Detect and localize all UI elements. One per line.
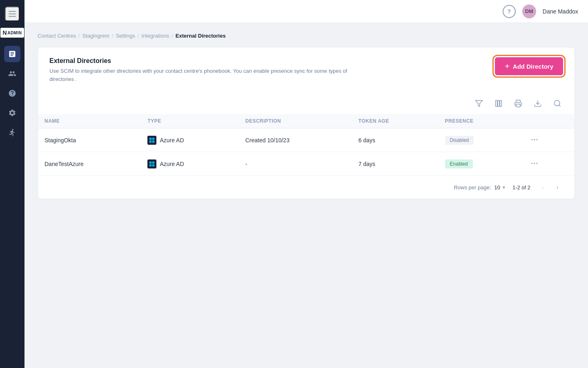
table-toolbar xyxy=(38,93,575,114)
search-button[interactable] xyxy=(552,98,563,109)
svg-rect-8 xyxy=(149,137,151,139)
cell-name-1: DaneTestAzure xyxy=(38,152,141,176)
panel-description: Use SCIM to integrate other directories … xyxy=(49,67,368,83)
external-directories-panel: External Directories Use SCIM to integra… xyxy=(38,47,575,199)
cell-type-0: Azure AD xyxy=(141,128,238,152)
panel-title: External Directories xyxy=(49,57,368,65)
svg-rect-15 xyxy=(152,164,154,166)
cell-token-age-1: 7 days xyxy=(352,152,439,176)
svg-rect-10 xyxy=(149,140,151,142)
add-directory-label: Add Directory xyxy=(513,63,553,70)
row-more-button-0[interactable]: ··· xyxy=(528,134,542,146)
breadcrumb-item-contact-centres[interactable]: Contact Centres xyxy=(38,33,76,39)
sidebar-item-phonebook[interactable] xyxy=(4,46,20,62)
col-actions xyxy=(521,114,575,128)
presence-badge-0: Disabled xyxy=(445,136,474,145)
cell-desc-0: Created 10/10/23 xyxy=(239,128,352,152)
page-navigation: ‹ › xyxy=(537,182,563,193)
breadcrumb-item-settings[interactable]: Settings xyxy=(116,33,135,39)
table-header-row: Name Type Description Token Age Presence xyxy=(38,114,575,128)
panel-header: External Directories Use SCIM to integra… xyxy=(38,47,575,93)
prev-page-button[interactable]: ‹ xyxy=(537,182,548,193)
col-description: Description xyxy=(239,114,352,128)
users-icon xyxy=(8,70,16,78)
svg-rect-2 xyxy=(498,101,499,107)
cell-desc-1: - xyxy=(239,152,352,176)
cell-presence-1: Enabled xyxy=(439,152,521,176)
svg-point-6 xyxy=(555,101,560,106)
settings-icon xyxy=(8,109,16,117)
pagination: Rows per page: 10 ▼ 1-2 of 2 ‹ › xyxy=(38,175,575,199)
download-button[interactable] xyxy=(532,98,543,109)
svg-rect-9 xyxy=(152,137,154,139)
table-row: StagingOkta Azure AD Created 10/10/23 6 … xyxy=(38,128,575,152)
table-row: DaneTestAzure Azure AD - 7 days Enabled … xyxy=(38,152,575,176)
search-icon xyxy=(553,99,561,108)
logo-admin: ADMIN xyxy=(7,31,22,35)
logo-n: N xyxy=(3,29,7,36)
plus-icon: + xyxy=(505,62,510,70)
rows-per-page-label: Rows per page: xyxy=(454,184,491,191)
rows-per-page-value: 10 xyxy=(494,184,500,191)
sidebar-item-settings[interactable] xyxy=(4,105,20,121)
svg-rect-12 xyxy=(149,161,151,163)
cell-type-1: Azure AD xyxy=(141,152,238,176)
filter-button[interactable] xyxy=(473,98,485,109)
svg-rect-3 xyxy=(500,101,501,107)
add-directory-button[interactable]: + Add Directory xyxy=(495,57,563,75)
content-area: Contact Centres / Stagingrem / Settings … xyxy=(24,23,588,368)
chevron-down-icon: ▼ xyxy=(502,185,506,190)
breadcrumb-current: External Directories xyxy=(176,33,226,39)
rows-per-page-control: Rows per page: 10 ▼ xyxy=(454,184,506,191)
user-name: Dane Maddox xyxy=(543,8,578,15)
col-type: Type xyxy=(141,114,238,128)
help-button[interactable]: ? xyxy=(503,5,516,18)
main-area: ? DM Dane Maddox Contact Centres / Stagi… xyxy=(24,0,588,368)
print-icon xyxy=(514,99,522,108)
breadcrumb-item-stagingrem[interactable]: Stagingrem xyxy=(82,33,109,39)
col-name: Name xyxy=(38,114,141,128)
sidebar-item-users[interactable] xyxy=(4,65,20,82)
svg-rect-13 xyxy=(152,161,154,163)
row-more-button-1[interactable]: ··· xyxy=(528,158,542,170)
sidebar-item-activity[interactable] xyxy=(4,124,20,141)
cell-more-1: ··· xyxy=(521,152,575,176)
breadcrumb-item-integrations[interactable]: Integrations xyxy=(141,33,169,39)
download-icon xyxy=(534,99,542,108)
phonebook-icon xyxy=(8,50,16,58)
svg-line-7 xyxy=(559,105,561,107)
print-button[interactable] xyxy=(512,98,524,109)
breadcrumb: Contact Centres / Stagingrem / Settings … xyxy=(38,33,575,39)
cell-name-0: StagingOkta xyxy=(38,128,141,152)
app-logo: N ADMIN xyxy=(0,28,24,38)
topbar-right: ? DM Dane Maddox xyxy=(503,4,578,18)
filter-icon xyxy=(475,99,483,108)
sidebar-item-help[interactable] xyxy=(4,85,20,101)
col-presence: Presence xyxy=(439,114,521,128)
activity-icon xyxy=(8,128,16,137)
next-page-button[interactable]: › xyxy=(552,182,563,193)
azure-icon-1 xyxy=(147,159,156,168)
svg-rect-11 xyxy=(152,140,154,142)
cell-more-0: ··· xyxy=(521,128,575,152)
presence-badge-1: Enabled xyxy=(445,159,473,168)
avatar: DM xyxy=(522,4,536,18)
columns-icon xyxy=(494,99,503,108)
svg-rect-4 xyxy=(516,104,520,107)
svg-rect-1 xyxy=(496,101,497,107)
columns-button[interactable] xyxy=(493,98,504,109)
cell-presence-0: Disabled xyxy=(439,128,521,152)
panel-header-text: External Directories Use SCIM to integra… xyxy=(49,57,368,83)
sidebar: N ADMIN xyxy=(0,0,24,368)
page-info: 1-2 of 2 xyxy=(512,184,530,191)
rows-per-page-select[interactable]: 10 ▼ xyxy=(494,184,506,191)
azure-icon-0 xyxy=(147,136,156,145)
cell-token-age-0: 6 days xyxy=(352,128,439,152)
svg-marker-0 xyxy=(476,101,483,107)
help-circle-icon xyxy=(8,89,16,97)
svg-rect-14 xyxy=(149,164,151,166)
hamburger-button[interactable] xyxy=(5,7,20,21)
topbar: ? DM Dane Maddox xyxy=(24,0,588,23)
col-token-age: Token Age xyxy=(352,114,439,128)
directories-table: Name Type Description Token Age Presence… xyxy=(38,114,575,175)
